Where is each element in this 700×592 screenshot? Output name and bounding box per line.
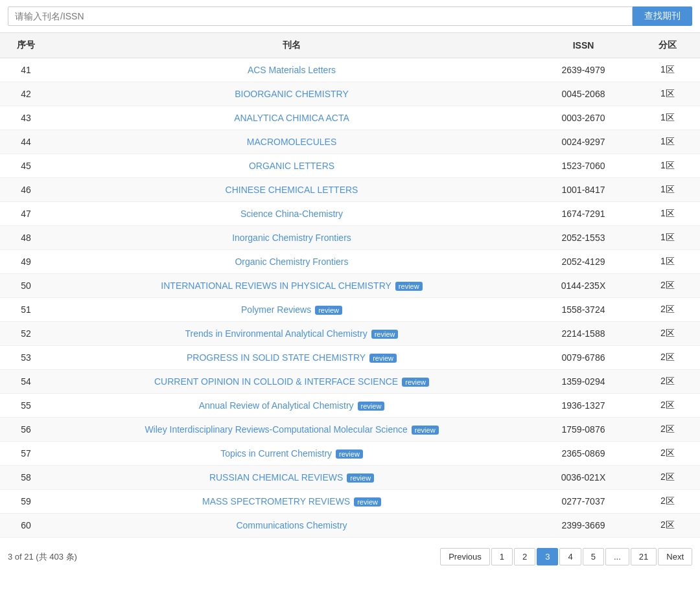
cell-issn: 0144-235X (531, 274, 635, 298)
cell-zone: 1区 (635, 130, 700, 154)
table-row: 45ORGANIC LETTERS1523-70601区 (0, 154, 700, 178)
cell-journal-name[interactable]: Science China-Chemistry (52, 202, 531, 226)
table-row: 52Trends in Environmental Analytical Che… (0, 322, 700, 346)
pagination-page-21[interactable]: 21 (631, 548, 657, 565)
cell-journal-name[interactable]: RUSSIAN CHEMICAL REVIEWSreview (52, 466, 531, 490)
col-zone: 分区 (635, 33, 700, 58)
cell-zone: 2区 (635, 274, 700, 298)
cell-issn: 0277-7037 (531, 490, 635, 514)
cell-zone: 2区 (635, 514, 700, 538)
table-row: 49Organic Chemistry Frontiers2052-41291区 (0, 250, 700, 274)
cell-journal-name[interactable]: PROGRESS IN SOLID STATE CHEMISTRYreview (52, 346, 531, 370)
cell-zone: 2区 (635, 394, 700, 418)
table-row: 57Topics in Current Chemistryreview2365-… (0, 442, 700, 466)
cell-issn: 1523-7060 (531, 154, 635, 178)
cell-journal-name[interactable]: ANALYTICA CHIMICA ACTA (52, 106, 531, 130)
review-badge: review (354, 497, 381, 507)
table-row: 43ANALYTICA CHIMICA ACTA0003-26701区 (0, 106, 700, 130)
review-badge: review (315, 306, 342, 315)
pagination-page-1[interactable]: 1 (491, 548, 513, 565)
cell-index: 50 (0, 274, 52, 298)
table-row: 60Communications Chemistry2399-36692区 (0, 514, 700, 538)
table-row: 44MACROMOLECULES0024-92971区 (0, 130, 700, 154)
table-row: 41ACS Materials Letters2639-49791区 (0, 58, 700, 82)
cell-zone: 1区 (635, 154, 700, 178)
cell-issn: 2639-4979 (531, 58, 635, 82)
review-badge: review (347, 473, 374, 483)
pagination-page-3[interactable]: 3 (537, 548, 558, 565)
cell-index: 55 (0, 394, 52, 418)
cell-journal-name[interactable]: Communications Chemistry (52, 514, 531, 538)
cell-journal-name[interactable]: ACS Materials Letters (52, 58, 531, 82)
pagination-next[interactable]: Next (658, 548, 692, 565)
review-badge: review (336, 450, 363, 459)
cell-zone: 1区 (635, 82, 700, 106)
pagination-page-5[interactable]: 5 (583, 548, 604, 565)
cell-journal-name[interactable]: MASS SPECTROMETRY REVIEWSreview (52, 490, 531, 514)
cell-zone: 1区 (635, 58, 700, 82)
pagination-page-2[interactable]: 2 (514, 548, 535, 565)
cell-index: 47 (0, 202, 52, 226)
cell-journal-name[interactable]: Trends in Environmental Analytical Chemi… (52, 322, 531, 346)
cell-index: 48 (0, 226, 52, 250)
col-index: 序号 (0, 33, 52, 58)
cell-issn: 2365-0869 (531, 442, 635, 466)
cell-issn: 1759-0876 (531, 418, 635, 442)
pagination-ellipsis[interactable]: ... (605, 548, 629, 565)
cell-issn: 1936-1327 (531, 394, 635, 418)
cell-issn: 1359-0294 (531, 370, 635, 394)
table-row: 46CHINESE CHEMICAL LETTERS1001-84171区 (0, 178, 700, 202)
table-row: 54CURRENT OPINION IN COLLOID & INTERFACE… (0, 370, 700, 394)
cell-zone: 1区 (635, 178, 700, 202)
cell-journal-name[interactable]: Wiley Interdisciplinary Reviews-Computat… (52, 418, 531, 442)
review-badge: review (369, 354, 397, 363)
review-badge: review (412, 426, 439, 435)
search-bar: 查找期刊 (0, 0, 700, 33)
cell-index: 46 (0, 178, 52, 202)
table-row: 47Science China-Chemistry1674-72911区 (0, 202, 700, 226)
search-button[interactable]: 查找期刊 (633, 6, 692, 26)
table-row: 59MASS SPECTROMETRY REVIEWSreview0277-70… (0, 490, 700, 514)
cell-index: 59 (0, 490, 52, 514)
table-row: 56Wiley Interdisciplinary Reviews-Comput… (0, 418, 700, 442)
table-row: 55Annual Review of Analytical Chemistryr… (0, 394, 700, 418)
cell-journal-name[interactable]: CURRENT OPINION IN COLLOID & INTERFACE S… (52, 370, 531, 394)
cell-index: 45 (0, 154, 52, 178)
cell-journal-name[interactable]: Annual Review of Analytical Chemistryrev… (52, 394, 531, 418)
cell-journal-name[interactable]: Polymer Reviewsreview (52, 298, 531, 322)
cell-journal-name[interactable]: ORGANIC LETTERS (52, 154, 531, 178)
cell-index: 44 (0, 130, 52, 154)
pagination-page-4[interactable]: 4 (559, 548, 581, 565)
review-badge: review (358, 402, 385, 411)
cell-journal-name[interactable]: CHINESE CHEMICAL LETTERS (52, 178, 531, 202)
cell-index: 56 (0, 418, 52, 442)
cell-index: 53 (0, 346, 52, 370)
cell-zone: 1区 (635, 250, 700, 274)
cell-zone: 1区 (635, 226, 700, 250)
cell-index: 49 (0, 250, 52, 274)
cell-zone: 2区 (635, 418, 700, 442)
cell-journal-name[interactable]: Organic Chemistry Frontiers (52, 250, 531, 274)
cell-journal-name[interactable]: BIOORGANIC CHEMISTRY (52, 82, 531, 106)
cell-zone: 2区 (635, 346, 700, 370)
table-header-row: 序号 刊名 ISSN 分区 (0, 33, 700, 58)
cell-journal-name[interactable]: Topics in Current Chemistryreview (52, 442, 531, 466)
cell-journal-name[interactable]: INTERNATIONAL REVIEWS IN PHYSICAL CHEMIS… (52, 274, 531, 298)
cell-issn: 2399-3669 (531, 514, 635, 538)
review-badge: review (371, 330, 399, 339)
cell-journal-name[interactable]: MACROMOLECULES (52, 130, 531, 154)
cell-zone: 1区 (635, 106, 700, 130)
cell-zone: 2区 (635, 490, 700, 514)
cell-journal-name[interactable]: Inorganic Chemistry Frontiers (52, 226, 531, 250)
cell-issn: 0045-2068 (531, 82, 635, 106)
cell-issn: 2052-4129 (531, 250, 635, 274)
cell-index: 41 (0, 58, 52, 82)
review-badge: review (402, 378, 429, 387)
cell-issn: 2052-1553 (531, 226, 635, 250)
search-input[interactable] (8, 6, 633, 26)
cell-issn: 1001-8417 (531, 178, 635, 202)
review-badge: review (395, 282, 423, 291)
cell-index: 58 (0, 466, 52, 490)
journal-table: 序号 刊名 ISSN 分区 41ACS Materials Letters263… (0, 33, 700, 538)
pagination-prev[interactable]: Previous (440, 548, 490, 565)
